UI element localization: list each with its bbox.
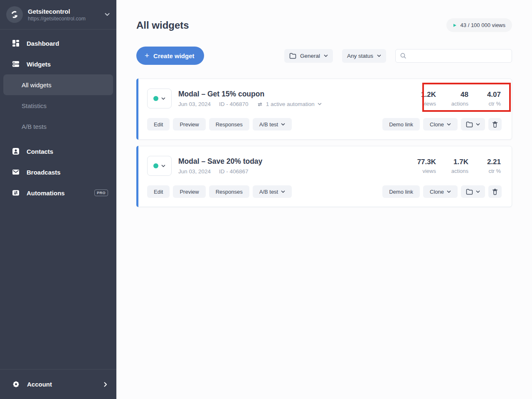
responses-label: Responses	[216, 121, 243, 128]
trash-icon	[492, 121, 498, 128]
clone-dropdown[interactable]: Clone	[423, 185, 458, 198]
chevron-down-icon	[324, 54, 328, 57]
widget-date: Jun 03, 2024	[178, 101, 211, 107]
delete-button[interactable]	[488, 118, 502, 131]
demo-link-label: Demo link	[389, 189, 413, 195]
responses-label: Responses	[216, 189, 243, 195]
sidebar-item-label: Automations	[27, 190, 65, 197]
folder-icon	[466, 189, 473, 195]
sidebar-item-statistics[interactable]: Statistics	[0, 95, 116, 116]
stat-actions-value: 1.7K	[447, 158, 468, 166]
create-widget-label: Create widget	[153, 52, 194, 59]
move-to-folder-dropdown[interactable]	[461, 185, 485, 198]
sidebar: Getsitecontrol https://getsitecontrol.co…	[0, 0, 116, 399]
sidebar-item-widgets[interactable]: Widgets	[0, 54, 116, 74]
ab-test-dropdown[interactable]: A/B test	[253, 118, 292, 131]
preview-button[interactable]: Preview	[173, 118, 205, 131]
responses-button[interactable]: Responses	[209, 185, 249, 198]
stat-ctr-value: 2.21	[479, 158, 501, 166]
delete-button[interactable]	[488, 185, 502, 198]
stat-actions-label: actions	[447, 168, 468, 174]
chevron-down-icon	[447, 123, 451, 126]
ab-test-label: A/B test	[259, 121, 278, 128]
preview-label: Preview	[180, 121, 199, 128]
ab-test-label: A/B test	[259, 189, 278, 195]
search-input[interactable]	[410, 52, 507, 59]
sidebar-item-label: Broadcasts	[27, 169, 61, 176]
ab-test-dropdown[interactable]: A/B test	[253, 185, 292, 198]
widget-title: Modal – Save 20% today	[178, 157, 262, 166]
sidebar-item-label: Contacts	[27, 148, 53, 155]
clone-label: Clone	[430, 189, 444, 195]
pro-badge: PRO	[94, 190, 108, 196]
folder-filter-label: General	[300, 53, 320, 59]
automation-loop-icon	[257, 102, 263, 107]
folder-icon	[466, 121, 473, 128]
demo-link-button[interactable]: Demo link	[382, 118, 420, 131]
create-widget-button[interactable]: + Create widget	[136, 47, 204, 65]
broadcasts-icon	[12, 168, 20, 176]
contacts-icon	[12, 148, 20, 155]
chevron-down-icon	[447, 190, 451, 193]
widget-date: Jun 03, 2024	[178, 168, 211, 175]
site-switcher[interactable]: Getsitecontrol https://getsitecontrol.co…	[0, 0, 116, 30]
automations-icon	[12, 189, 20, 197]
edit-label: Edit	[154, 121, 163, 128]
edit-button[interactable]: Edit	[147, 118, 170, 131]
widget-id: ID - 406867	[219, 168, 249, 175]
widget-card: Modal – Save 20% today Jun 03, 2024 ID -…	[136, 146, 512, 207]
widget-status-dropdown[interactable]	[147, 89, 172, 108]
widget-card: Modal – Get 15% coupon Jun 03, 2024 ID -…	[136, 79, 512, 140]
stat-views-label: views	[414, 168, 436, 174]
sidebar-item-contacts[interactable]: Contacts	[0, 141, 116, 162]
edit-label: Edit	[154, 189, 163, 195]
sidebar-item-label: Account	[27, 381, 52, 388]
sidebar-item-dashboard[interactable]: Dashboard	[0, 33, 116, 54]
dashboard-icon	[12, 39, 20, 47]
folder-filter-dropdown[interactable]: General	[284, 49, 333, 63]
sidebar-item-label: All widgets	[22, 81, 52, 89]
chevron-down-icon	[161, 97, 165, 100]
chevron-down-icon	[476, 190, 480, 193]
widget-automation-dropdown[interactable]: 1 active automation	[257, 101, 322, 107]
plus-icon: +	[145, 52, 149, 59]
chevron-down-icon	[318, 103, 322, 106]
widget-id: ID - 406870	[219, 101, 249, 107]
widget-automation-label: 1 active automation	[266, 101, 315, 107]
sidebar-item-label: Dashboard	[27, 40, 59, 47]
brand-url: https://getsitecontrol.com	[28, 16, 86, 22]
sidebar-item-all-widgets[interactable]: All widgets	[3, 74, 113, 95]
edit-button[interactable]: Edit	[147, 185, 170, 198]
sidebar-item-account[interactable]: Account	[0, 369, 116, 399]
responses-button[interactable]: Responses	[209, 118, 249, 131]
sidebar-item-ab-tests[interactable]: A/B tests	[0, 116, 116, 137]
brand-name: Getsitecontrol	[28, 8, 86, 15]
clone-dropdown[interactable]: Clone	[423, 118, 458, 131]
toolbar: + Create widget General Any status	[136, 47, 512, 65]
chevron-down-icon	[161, 165, 165, 167]
status-filter-dropdown[interactable]: Any status	[342, 49, 386, 63]
widgets-icon	[12, 60, 20, 68]
widget-status-dropdown[interactable]	[147, 156, 172, 176]
card-accent-bar	[136, 146, 138, 207]
sidebar-item-label: Statistics	[22, 102, 47, 109]
sidebar-item-broadcasts[interactable]: Broadcasts	[0, 162, 116, 182]
toolbar-filters: General Any status	[284, 49, 512, 63]
status-filter-label: Any status	[347, 53, 373, 59]
sidebar-item-automations[interactable]: Automations PRO	[0, 182, 116, 203]
demo-link-button[interactable]: Demo link	[382, 185, 420, 198]
sidebar-item-label: Widgets	[27, 61, 51, 68]
preview-button[interactable]: Preview	[173, 185, 205, 198]
nav-spacer	[0, 137, 116, 141]
trash-icon	[492, 188, 498, 195]
stat-actions-value: 48	[447, 91, 468, 99]
stat-ctr-label: ctr %	[479, 168, 501, 174]
views-usage-badge[interactable]: 43 / 100 000 views	[446, 18, 512, 32]
status-active-dot-icon	[153, 96, 158, 101]
play-icon	[453, 23, 457, 27]
page-title: All widgets	[136, 20, 189, 31]
chevron-down-icon	[377, 54, 381, 57]
sidebar-item-label: A/B tests	[22, 123, 47, 130]
search-box	[395, 49, 512, 63]
move-to-folder-dropdown[interactable]	[461, 118, 485, 131]
